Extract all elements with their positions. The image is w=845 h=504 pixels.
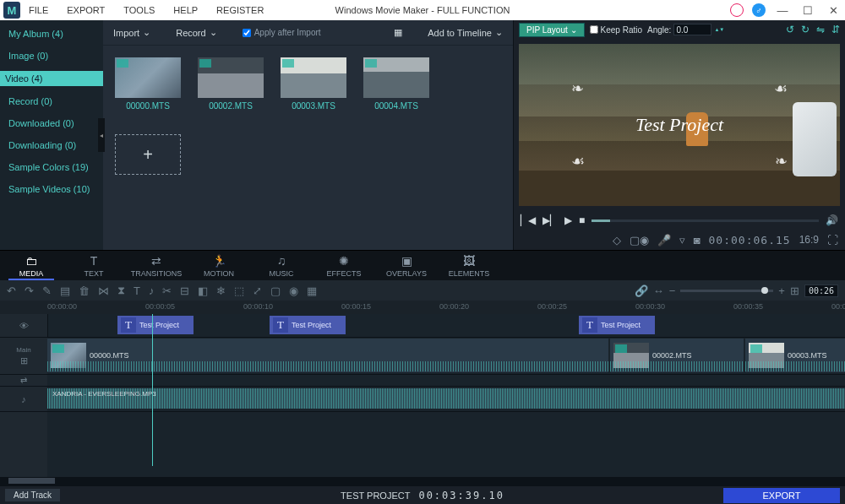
gender-icon[interactable]: ♂ (752, 3, 766, 17)
tool-motion[interactable]: 🏃MOTION (188, 251, 250, 280)
sidebar-item-downloading[interactable]: Downloading (0) (8, 138, 95, 152)
add-media-button[interactable]: + (115, 134, 181, 175)
text-clip[interactable]: TTest Project (579, 316, 655, 334)
thumbnails-view-icon[interactable]: ▦ (394, 27, 402, 38)
zoom-slider[interactable] (680, 290, 773, 292)
main-menu: FILE EXPORT TOOLS HELP REGISTER (29, 5, 264, 15)
record-icon[interactable]: ◉ (289, 285, 298, 297)
export-button[interactable]: EXPORT (723, 488, 840, 503)
color-dropper-icon[interactable]: ◇ (613, 234, 621, 247)
media-thumb[interactable]: 00004.MTS (363, 57, 429, 111)
maximize-icon[interactable]: ☐ (799, 2, 816, 19)
transitions-track-icon[interactable]: ⇄ (20, 376, 27, 385)
zoom-level-icon[interactable]: ⊞ (790, 285, 799, 297)
preview-video[interactable]: ❧ ☙ ☙ ❧ Test Project (519, 44, 840, 206)
media-thumb[interactable]: 00003.MTS (281, 57, 346, 111)
delete-icon[interactable]: 🗑 (79, 285, 90, 297)
playback-slider[interactable] (592, 219, 819, 222)
tool-text[interactable]: TTEXT (63, 251, 125, 280)
flip-v-icon[interactable]: ⇵ (831, 24, 840, 35)
redo-icon[interactable]: ↷ (25, 285, 34, 297)
split-icon[interactable]: ✂ (162, 285, 172, 297)
cut-icon[interactable]: ⊟ (180, 285, 189, 297)
angle-stepper[interactable]: ▲▼ (714, 27, 724, 32)
text-clip[interactable]: TTest Project (270, 316, 346, 334)
tool-transitions[interactable]: ⇄TRANSITIONS (125, 251, 188, 280)
tool-elements[interactable]: 🖼ELEMENTS (438, 251, 500, 280)
link-icon[interactable]: 🔗 (635, 285, 648, 297)
tool-effects[interactable]: ✺EFFECTS (313, 251, 375, 280)
timeline-ruler[interactable]: 00:00:00 00:00:05 00:00:10 00:00:15 00:0… (0, 301, 845, 314)
zoom-in-icon[interactable]: + (778, 285, 785, 297)
import-button[interactable]: Import ⌄ (113, 27, 150, 38)
vid-icon[interactable]: ▢ (270, 285, 281, 297)
minimize-icon[interactable]: — (774, 2, 791, 19)
add-to-timeline-button[interactable]: Add to Timeline ⌄ (428, 27, 503, 38)
zoom-out-icon[interactable]: − (669, 285, 676, 297)
audio-clip[interactable]: XANDRIA - EVERSLEEPING.MP3 (47, 388, 845, 409)
edit-icon[interactable]: ✎ (42, 285, 52, 297)
prev-frame-icon[interactable]: ▏◀ (521, 214, 536, 226)
volume-adjust-icon[interactable]: ♪ (149, 285, 155, 297)
media-thumb[interactable]: 00000.MTS (115, 57, 181, 111)
rotate-right-icon[interactable]: ↻ (801, 24, 810, 35)
add-track-button[interactable]: Add Track (5, 489, 60, 501)
account-icon[interactable] (730, 3, 744, 17)
tool-overlays[interactable]: ▣OVERLAYS (375, 251, 438, 280)
snapshot-icon[interactable]: ◙ (694, 234, 701, 247)
timeline-scrollbar[interactable] (0, 477, 845, 485)
camera-record-icon[interactable]: ▢◉ (630, 234, 649, 247)
sidebar-item-downloaded[interactable]: Downloaded (0) (8, 117, 95, 130)
grid-icon[interactable]: ▦ (307, 285, 317, 297)
aspect-ratio[interactable]: 16:9 (799, 234, 819, 246)
video-clip[interactable]: 00003.MTS (745, 339, 845, 372)
close-icon[interactable]: ✕ (825, 2, 842, 19)
keep-ratio-checkbox[interactable]: Keep Ratio (590, 25, 642, 35)
sidebar-item-video[interactable]: Video (4) (0, 71, 103, 86)
media-thumb[interactable]: 00002.MTS (198, 57, 264, 111)
tool-music[interactable]: ♫MUSIC (250, 251, 313, 280)
menu-tools[interactable]: TOOLS (123, 5, 155, 15)
sidebar-item-sample-colors[interactable]: Sample Colors (19) (8, 160, 95, 174)
rotate-left-icon[interactable]: ↺ (786, 24, 794, 35)
menu-export[interactable]: EXPORT (67, 5, 105, 15)
video-clip[interactable]: 00002.MTS (610, 339, 744, 372)
sidebar-collapse-icon[interactable]: ◂ (98, 118, 105, 152)
layers-icon[interactable]: ▤ (60, 285, 70, 297)
menu-help[interactable]: HELP (173, 5, 198, 15)
text-overlay-icon[interactable]: T (134, 285, 140, 297)
record-button[interactable]: Record ⌄ (176, 27, 216, 38)
angle-input[interactable] (673, 24, 711, 35)
flip-h-icon[interactable]: ⇋ (816, 24, 825, 35)
text-clip[interactable]: TTest Project (117, 316, 194, 334)
marker-icon[interactable]: ▿ (679, 234, 685, 247)
freeze-icon[interactable]: ❄ (216, 285, 226, 297)
sidebar-item-my-album[interactable]: My Album (4) (8, 27, 95, 41)
color-icon[interactable]: ◧ (198, 285, 208, 297)
sidebar-item-record[interactable]: Record (0) (8, 95, 95, 108)
fullscreen-icon[interactable]: ⛶ (827, 234, 838, 247)
music-track-icon[interactable]: ♪ (21, 394, 26, 404)
speed-icon[interactable]: ⧗ (117, 284, 125, 297)
crop-icon[interactable]: ⬚ (234, 285, 244, 297)
menu-register[interactable]: REGISTER (216, 5, 264, 15)
sidebar-item-image[interactable]: Image (0) (8, 49, 95, 62)
video-clip[interactable]: 00000.MTS (47, 339, 608, 372)
add-sub-track-icon[interactable]: ⊞ (20, 355, 28, 366)
resize-icon[interactable]: ⤢ (253, 285, 262, 297)
stop-icon[interactable]: ■ (579, 214, 585, 226)
menu-file[interactable]: FILE (29, 5, 48, 15)
pip-layout-button[interactable]: PIP Layout ⌄ (519, 23, 585, 37)
tool-media[interactable]: 🗀MEDIA (0, 251, 63, 280)
magnet-icon[interactable]: ⋈ (98, 285, 109, 297)
apply-after-import-checkbox[interactable]: Apply after Import (243, 28, 321, 37)
undo-icon[interactable]: ↶ (7, 285, 16, 297)
zoom-fit-icon[interactable]: ↔ (653, 285, 664, 297)
volume-icon[interactable]: 🔊 (826, 214, 838, 226)
mic-icon[interactable]: 🎤 (657, 234, 671, 247)
next-frame-icon[interactable]: ▶▏ (542, 214, 558, 226)
eye-icon[interactable]: 👁 (19, 321, 29, 331)
sidebar-item-sample-videos[interactable]: Sample Videos (10) (8, 182, 95, 196)
playhead[interactable] (152, 314, 153, 466)
play-icon[interactable]: ▶ (564, 214, 572, 226)
